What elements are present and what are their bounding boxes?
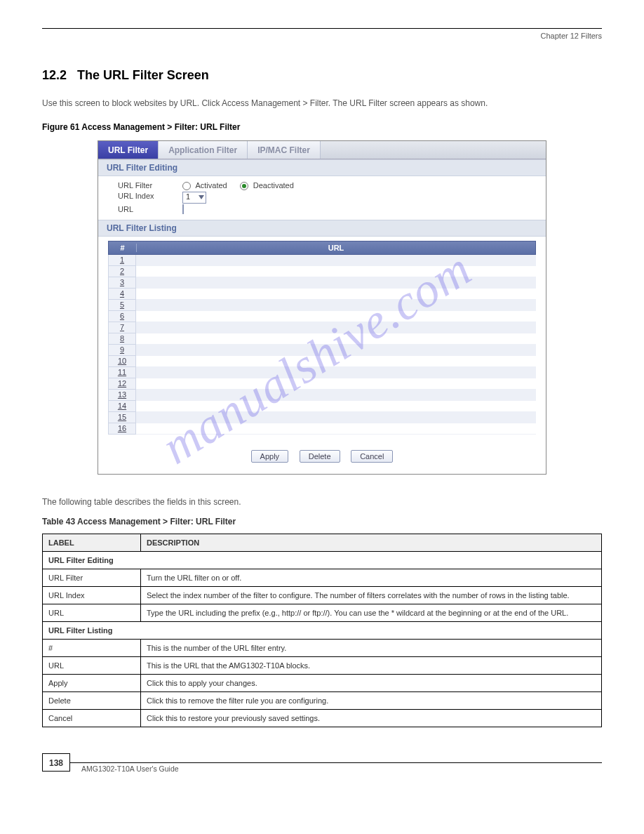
radio-icon	[182, 182, 191, 190]
cancel-button[interactable]: Cancel	[351, 450, 393, 463]
row-url	[136, 423, 536, 435]
cell-desc: Select the index number of the filter to…	[141, 587, 602, 604]
tab-ipmac-filter[interactable]: IP/MAC Filter	[248, 141, 321, 159]
table-row: 11	[108, 367, 536, 378]
row-url	[136, 266, 536, 277]
cell-label: URL	[43, 657, 141, 675]
radio-icon	[240, 182, 248, 190]
tab-bar: URL Filter Application Filter IP/MAC Fil…	[98, 141, 546, 159]
col-label-header: LABEL	[43, 534, 141, 552]
col-idx-header: #	[109, 244, 137, 252]
row-index[interactable]: 4	[108, 289, 136, 300]
row-index[interactable]: 16	[108, 423, 136, 435]
row-index[interactable]: 5	[108, 300, 136, 311]
intro-text: Use this screen to block websites by URL…	[42, 97, 602, 110]
table-row: 15	[108, 412, 536, 423]
listing-area: # URL 12345678910111213141516	[98, 237, 546, 443]
row-url	[136, 289, 536, 300]
cell-label: #	[43, 640, 141, 657]
row-url	[136, 322, 536, 333]
row-index[interactable]: 12	[108, 378, 136, 390]
deactivated-radio[interactable]: Deactivated	[240, 181, 294, 190]
tab-application-filter[interactable]: Application Filter	[159, 141, 248, 159]
cell-desc: Turn the URL filter on or off.	[141, 569, 602, 587]
col-url-header: URL	[137, 244, 535, 252]
post-text: The following table describes the fields…	[42, 496, 602, 508]
cell-desc: Click this to apply your changes.	[141, 675, 602, 692]
figure-label: Figure 61 Access Management > Filter: UR…	[42, 122, 602, 132]
table-label: Table 43 Access Management > Filter: URL…	[42, 517, 602, 527]
table-row: URLThis is the URL that the AMG1302-T10A…	[43, 657, 602, 675]
row-index[interactable]: 9	[108, 345, 136, 356]
row-index[interactable]: 8	[108, 333, 136, 345]
button-bar: Apply Delete Cancel	[98, 443, 546, 474]
table-row: CancelClick this to restore your previou…	[43, 710, 602, 727]
url-index-select[interactable]: 1	[182, 192, 206, 204]
table-row: DeleteClick this to remove the filter ru…	[43, 692, 602, 710]
table-row: 1	[108, 255, 536, 266]
row-url	[136, 367, 536, 378]
row-url	[136, 311, 536, 322]
table-row: 2	[108, 266, 536, 277]
cell-desc: This is the URL that the AMG1302-T10A bl…	[141, 657, 602, 675]
row-url	[136, 333, 536, 345]
table-row: URL FilterTurn the URL filter on or off.	[43, 569, 602, 587]
row-index[interactable]: 11	[108, 367, 136, 378]
delete-button[interactable]: Delete	[300, 450, 340, 463]
row-index[interactable]: 1	[108, 255, 136, 266]
table-row: 14	[108, 401, 536, 412]
listing-header: # URL	[108, 241, 536, 255]
row-url	[136, 356, 536, 367]
row-index[interactable]: 2	[108, 266, 136, 277]
table-row: 16	[108, 423, 536, 435]
apply-button[interactable]: Apply	[251, 450, 289, 463]
row-index[interactable]: 14	[108, 401, 136, 412]
footer: 138 AMG1302-T10A User's Guide	[42, 762, 602, 773]
deactivated-label: Deactivated	[253, 181, 294, 190]
row-url	[136, 300, 536, 311]
table-row: 7	[108, 322, 536, 333]
url-input[interactable]	[182, 204, 184, 214]
url-index-label: URL Index	[98, 192, 182, 204]
table-row: 4	[108, 289, 536, 300]
row-index[interactable]: 6	[108, 311, 136, 322]
table-row: 10	[108, 356, 536, 367]
activated-label: Activated	[195, 181, 227, 190]
activated-radio[interactable]: Activated	[182, 181, 227, 190]
section-bar-listing: URL Filter Listing	[98, 220, 546, 237]
row-index[interactable]: 10	[108, 356, 136, 367]
section-heading: 12.2 The URL Filter Screen	[42, 68, 602, 83]
form-area: URL Filter Activated Deactivated URL Ind…	[98, 176, 546, 220]
section-number: 12.2	[42, 68, 67, 82]
cell-desc: Type the URL including the prefix (e.g.,…	[141, 604, 602, 622]
table-row: 8	[108, 333, 536, 345]
table-row: 9	[108, 345, 536, 356]
footer-guide: AMG1302-T10A User's Guide	[81, 763, 602, 773]
url-label: URL	[98, 205, 182, 213]
row-index[interactable]: 13	[108, 390, 136, 401]
row-index[interactable]: 15	[108, 412, 136, 423]
cell-label: Apply	[43, 675, 141, 692]
cell-desc: This is the number of the URL filter ent…	[141, 640, 602, 657]
chapter-label: Chapter 12 Filters	[42, 32, 602, 40]
table-row: 5	[108, 300, 536, 311]
row-index[interactable]: 3	[108, 277, 136, 289]
cell-label: Delete	[43, 692, 141, 710]
cell-label: URL Filter	[43, 569, 141, 587]
table-row: 3	[108, 277, 536, 289]
table-row: URLType the URL including the prefix (e.…	[43, 604, 602, 622]
row-url	[136, 255, 536, 266]
col-desc-header: DESCRIPTION	[141, 534, 602, 552]
table-row: #This is the number of the URL filter en…	[43, 640, 602, 657]
row-url	[136, 345, 536, 356]
url-filter-panel: URL Filter Application Filter IP/MAC Fil…	[98, 140, 546, 475]
explanation-table: LABEL DESCRIPTION URL Filter EditingURL …	[42, 534, 602, 727]
row-index[interactable]: 7	[108, 322, 136, 333]
group-row: URL Filter Editing	[43, 552, 602, 569]
cell-desc: Click this to remove the filter rule you…	[141, 692, 602, 710]
cell-label: Cancel	[43, 710, 141, 727]
section-bar-editing: URL Filter Editing	[98, 159, 546, 176]
cell-label: URL	[43, 604, 141, 622]
row-url	[136, 378, 536, 390]
tab-url-filter[interactable]: URL Filter	[98, 141, 159, 159]
